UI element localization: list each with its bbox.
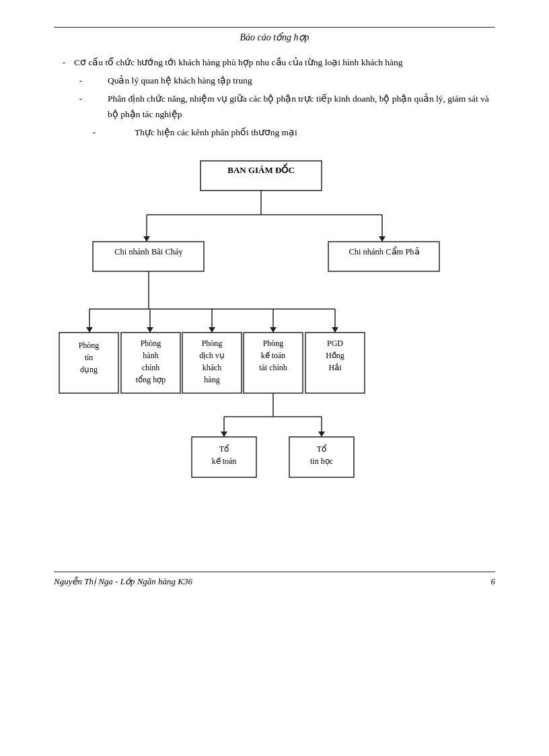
footer-author: Nguyễn Thị Nga - Lớp Ngân hàng K36 [54, 576, 192, 587]
header-line [54, 27, 495, 28]
svg-text:Phòng: Phòng [263, 339, 284, 348]
svg-text:tài chính: tài chính [259, 363, 287, 372]
dash-2: - [54, 73, 108, 89]
svg-marker-17 [147, 327, 153, 333]
footer-line [54, 572, 495, 572]
svg-text:Phòng: Phòng [141, 339, 161, 348]
svg-marker-23 [332, 327, 338, 333]
bullet-text-2: Quản lý quan hệ khách hàng tập trung [108, 73, 495, 89]
svg-text:Hồng: Hồng [326, 351, 344, 360]
svg-text:Chi nhánh Cẩm Phả: Chi nhánh Cẩm Phả [349, 246, 419, 256]
svg-text:kế toán: kế toán [261, 351, 286, 360]
svg-text:dịch vụ: dịch vụ [199, 351, 224, 360]
dash-1: - [54, 55, 74, 71]
svg-text:hàng: hàng [204, 375, 219, 384]
page: Báo cáo tổng hợp - Cơ cấu tổ chức hướng … [0, 0, 549, 756]
footer-text: Nguyễn Thị Nga - Lớp Ngân hàng K36 6 [54, 576, 495, 587]
dash-4: - [54, 125, 135, 141]
svg-text:khách: khách [203, 363, 222, 372]
svg-text:kế toán: kế toán [212, 456, 237, 466]
svg-marker-51 [318, 432, 325, 437]
bullet-item-4: - Thực hiện các kênh phân phối thương mạ… [54, 125, 495, 141]
svg-text:Phòng: Phòng [79, 341, 100, 350]
svg-marker-5 [143, 236, 150, 242]
svg-text:Phòng: Phòng [202, 339, 223, 348]
org-chart-svg: BAN GIÁM ĐỐC Chi nhánh Bãi Cháy Chi nhán… [52, 154, 497, 551]
bullet-text-4: Thực hiện các kênh phân phối thương mại [135, 125, 495, 141]
svg-text:dụng: dụng [80, 365, 98, 374]
svg-text:hành: hành [143, 351, 158, 360]
svg-marker-21 [270, 327, 277, 333]
svg-text:Tổ: Tổ [219, 444, 229, 454]
bullet-item-3: - Phân định chức năng, nhiệm vụ giữa các… [54, 92, 495, 123]
svg-marker-49 [221, 432, 227, 437]
bullet-text-1: Cơ cấu tổ chức hướng tới khách hàng phù … [74, 55, 495, 71]
svg-rect-6 [93, 242, 204, 271]
svg-text:tin học: tin học [310, 456, 333, 466]
svg-text:Hải: Hải [329, 363, 342, 372]
svg-text:PGD: PGD [327, 339, 343, 348]
footer-page: 6 [491, 576, 496, 587]
header-title: Báo cáo tổng hợp [54, 32, 495, 43]
svg-rect-10 [328, 242, 439, 271]
svg-text:tín: tín [85, 353, 94, 362]
bullet-text-3: Phân định chức năng, nhiệm vụ giữa các b… [108, 92, 495, 123]
svg-marker-9 [379, 236, 386, 242]
bullet-item-1: - Cơ cấu tổ chức hướng tới khách hàng ph… [54, 55, 495, 71]
svg-text:Tổ: Tổ [317, 444, 327, 454]
svg-text:Chi nhánh Bãi Cháy: Chi nhánh Bãi Cháy [114, 247, 183, 256]
svg-text:tổng hợp: tổng hợp [136, 375, 166, 384]
svg-text:chính: chính [142, 363, 160, 372]
svg-marker-19 [209, 327, 215, 333]
svg-text:BAN GIÁM ĐỐC: BAN GIÁM ĐỐC [227, 163, 295, 175]
svg-marker-15 [86, 327, 93, 333]
dash-3: - [54, 92, 108, 123]
bullet-item-2: - Quản lý quan hệ khách hàng tập trung [54, 73, 495, 89]
diagram-area: BAN GIÁM ĐỐC Chi nhánh Bãi Cháy Chi nhán… [54, 154, 495, 551]
